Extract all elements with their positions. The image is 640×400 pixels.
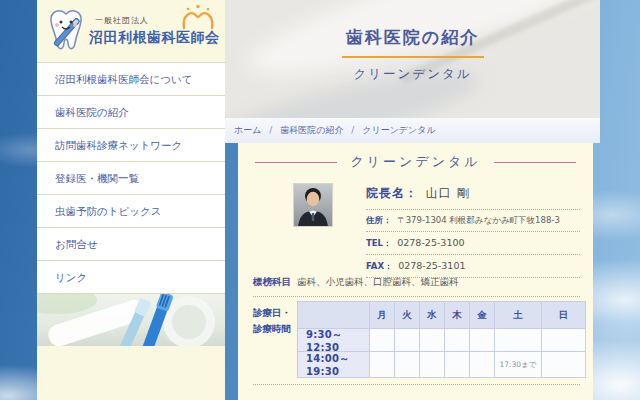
title-rule-left: [255, 162, 337, 163]
sidebar-item-about[interactable]: 沼田利根歯科医師会について: [37, 63, 225, 96]
page-subtitle: クリーンデンタル: [353, 66, 471, 83]
schedule-cell: [420, 329, 445, 352]
breadcrumb-section[interactable]: 歯科医院の紹介: [280, 125, 343, 135]
fax-value: 0278-25-3101: [398, 260, 465, 271]
toothbrushes-photo: [37, 294, 225, 346]
sidebar-item-network[interactable]: 訪問歯科診療ネットワーク: [37, 129, 225, 162]
schedule-cell: [542, 352, 586, 378]
tooth-mascot-icon: [42, 5, 90, 61]
schedule-table: 月 火 水 木 金 土 日 9:30～12:30 14:00～19:30 17:…: [297, 301, 586, 378]
schedule-cell: [395, 352, 420, 378]
schedule-cell: [445, 352, 470, 378]
departments-label: 標榜科目: [253, 276, 297, 289]
section-divider: [253, 384, 580, 385]
schedule-day-header: 木: [445, 302, 470, 329]
address-row: 住所： 〒379-1304 利根郡みなかみ町下牧188-3: [366, 210, 580, 232]
schedule-cell: [495, 329, 542, 352]
title-block: 歯科医院の紹介 クリーンデンタル: [225, 0, 600, 83]
tel-row: TEL： 0278-25-3100: [366, 232, 580, 255]
schedule-day-header: 月: [370, 302, 395, 329]
address-value: 〒379-1304 利根郡みなかみ町下牧188-3: [397, 215, 560, 225]
page-header: 歯科医院の紹介 クリーンデンタル: [225, 0, 600, 118]
director-name: 山口 剛: [426, 186, 470, 200]
breadcrumb-current: クリーンデンタル: [362, 125, 435, 135]
schedule-cell: [370, 352, 395, 378]
breadcrumb-home[interactable]: ホーム: [234, 125, 261, 135]
logo-home-link[interactable]: 一般社団法人 沼田利根歯科医師会: [37, 0, 225, 62]
clinic-title-row: クリーンデンタル: [238, 153, 593, 171]
sidebar-item-links[interactable]: リンク: [37, 261, 225, 294]
sidebar-item-contact[interactable]: お問合せ: [37, 228, 225, 261]
clinic-detail-panel: クリーンデンタル 院長名： 山口 剛 住所： 〒379-1304 利根郡みなかみ…: [238, 143, 593, 400]
schedule-cell: [420, 352, 445, 378]
schedule-day-header: 金: [470, 302, 495, 329]
fax-row: FAX： 0278-25-3101: [366, 255, 580, 278]
schedule-day-header: 火: [395, 302, 420, 329]
schedule-corner-cell: [298, 302, 370, 329]
schedule-cell: [370, 329, 395, 352]
page: { "colors": { "sky_blue": "#3E7AB5", "si…: [0, 0, 640, 400]
director-portrait-photo: [293, 183, 333, 227]
schedule-cell-saturday-note: 17:30まで: [495, 352, 542, 378]
schedule-time-cell: 9:30～12:30: [298, 329, 370, 352]
director-label: 院長名：: [366, 186, 418, 200]
title-rule-right: [494, 162, 576, 163]
fax-label: FAX：: [366, 261, 392, 271]
schedule-label: 診療日・ 診療時間: [253, 305, 291, 337]
tel-label: TEL：: [366, 238, 392, 248]
departments-value: 歯科、小児歯科、口腔歯科、矯正歯科: [297, 276, 459, 289]
director-row: 院長名： 山口 剛: [366, 185, 580, 210]
breadcrumb: ホーム / 歯科医院の紹介 / クリーンデンタル: [225, 118, 600, 143]
schedule-cell: [445, 329, 470, 352]
departments-row: 標榜科目 歯科、小児歯科、口腔歯科、矯正歯科: [253, 276, 580, 297]
schedule-day-header: 水: [420, 302, 445, 329]
schedule-cell: [470, 352, 495, 378]
title-underline: [342, 56, 484, 58]
org-type-label: 一般社団法人: [95, 15, 149, 26]
sidebar-menu: 沼田利根歯科医師会について 歯科医院の紹介 訪問歯科診療ネットワーク 登録医・機…: [37, 62, 225, 294]
sidebar: 一般社団法人 沼田利根歯科医師会 沼田利根歯科医師会について 歯科医院の紹介 訪…: [37, 0, 225, 400]
clinic-info: 院長名： 山口 剛 住所： 〒379-1304 利根郡みなかみ町下牧188-3 …: [366, 185, 580, 278]
schedule-day-header: 土: [495, 302, 542, 329]
sidebar-item-clinics[interactable]: 歯科医院の紹介: [37, 96, 225, 129]
clinic-name: クリーンデンタル: [350, 153, 480, 171]
sidebar-item-registry[interactable]: 登録医・機関一覧: [37, 162, 225, 195]
schedule-day-header: 日: [542, 302, 586, 329]
breadcrumb-separator: /: [351, 125, 354, 135]
sidebar-item-topics[interactable]: 虫歯予防のトピックス: [37, 195, 225, 228]
breadcrumb-separator: /: [269, 125, 272, 135]
tooth-outline-icon: [178, 4, 218, 34]
tel-value: 0278-25-3100: [397, 237, 464, 248]
schedule-cell: [542, 329, 586, 352]
page-title: 歯科医院の紹介: [346, 26, 479, 49]
schedule-time-cell: 14:00～19:30: [298, 352, 370, 378]
schedule-cell: [470, 329, 495, 352]
schedule-cell: [395, 329, 420, 352]
address-label: 住所：: [366, 215, 392, 225]
